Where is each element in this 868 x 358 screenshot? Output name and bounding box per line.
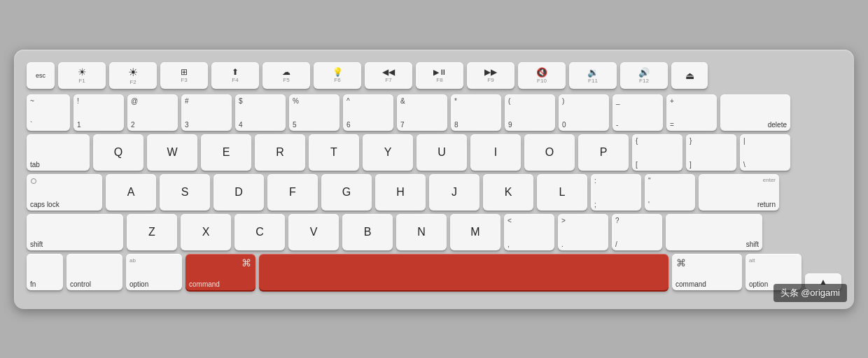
key-j[interactable]: J — [429, 174, 479, 210]
key-y[interactable]: Y — [363, 134, 413, 171]
key-f6[interactable]: 💡 F6 — [314, 62, 361, 89]
key-f4[interactable]: ⬆ F4 — [211, 62, 259, 89]
key-return[interactable]: enter return — [699, 174, 779, 210]
key-control[interactable]: control — [66, 254, 122, 290]
key-s[interactable]: S — [160, 174, 210, 210]
key-i[interactable]: I — [470, 134, 521, 171]
key-5[interactable]: % 5 — [289, 94, 340, 131]
key-capslock[interactable]: caps lock — [27, 174, 102, 210]
key-0[interactable]: ) 0 — [559, 94, 609, 131]
key-fn[interactable]: fn — [27, 254, 63, 290]
four-label: 4 — [239, 121, 243, 129]
key-f9[interactable]: ▶▶ F9 — [467, 62, 514, 89]
key-u[interactable]: U — [416, 134, 467, 171]
key-1[interactable]: ! 1 — [74, 94, 124, 131]
capslock-indicator — [31, 178, 36, 184]
key-lbrace[interactable]: { [ — [632, 134, 682, 171]
key-e[interactable]: E — [201, 134, 251, 171]
key-option-left[interactable]: ab option — [126, 254, 182, 290]
key-backslash[interactable]: | \ — [740, 134, 790, 171]
key-d[interactable]: D — [214, 174, 264, 210]
key-3[interactable]: # 3 — [181, 94, 232, 131]
key-f8[interactable]: ▶⏸ F8 — [416, 62, 463, 89]
key-k[interactable]: K — [483, 174, 533, 210]
key-x[interactable]: X — [181, 214, 231, 250]
rbracket-label: ] — [690, 161, 692, 169]
n-label: N — [417, 226, 426, 238]
equals-label: = — [670, 121, 674, 129]
key-7[interactable]: & 7 — [397, 94, 447, 131]
s-label: S — [181, 186, 189, 199]
key-quote[interactable]: " ' — [645, 174, 695, 210]
key-2[interactable]: @ 2 — [127, 94, 178, 131]
key-f5[interactable]: ☁ F5 — [262, 62, 310, 89]
key-command-right[interactable]: ⌘ command — [672, 254, 742, 290]
key-4[interactable]: $ 4 — [235, 94, 286, 131]
key-h[interactable]: H — [375, 174, 426, 210]
key-v[interactable]: V — [288, 214, 339, 250]
key-l[interactable]: L — [537, 174, 587, 210]
key-tab[interactable]: tab — [27, 134, 90, 171]
r-label: R — [276, 146, 284, 159]
key-q[interactable]: Q — [93, 134, 144, 171]
key-space[interactable] — [259, 254, 668, 290]
key-f3[interactable]: ⊞ F3 — [160, 62, 208, 89]
key-f2[interactable]: ☀ F2 — [109, 62, 157, 89]
f5-label: F5 — [283, 77, 289, 83]
key-m[interactable]: M — [450, 214, 500, 250]
key-6[interactable]: ^ 6 — [343, 94, 393, 131]
key-r[interactable]: R — [255, 134, 305, 171]
dquote-label: " — [648, 177, 651, 185]
key-8[interactable]: * 8 — [451, 94, 501, 131]
key-c[interactable]: C — [234, 214, 285, 250]
key-f12[interactable]: 🔊 F12 — [620, 62, 668, 89]
enter-top-label: enter — [763, 177, 776, 183]
squote-label: ' — [648, 201, 650, 208]
key-t[interactable]: T — [309, 134, 359, 171]
key-b[interactable]: B — [342, 214, 393, 250]
lbrace-label: { — [636, 137, 638, 145]
key-equals[interactable]: + = — [666, 94, 717, 131]
key-minus[interactable]: _ - — [612, 94, 663, 131]
key-p[interactable]: P — [578, 134, 629, 171]
key-w[interactable]: W — [147, 134, 197, 171]
hash-label: # — [185, 97, 189, 105]
key-delete[interactable]: delete — [720, 94, 790, 131]
option-right-label: option — [749, 280, 768, 288]
key-command-left[interactable]: ⌘ command — [186, 254, 255, 290]
key-comma[interactable]: < , — [504, 214, 554, 250]
key-f11[interactable]: 🔉 F11 — [569, 62, 617, 89]
key-eject[interactable]: ⏏ — [671, 62, 708, 89]
lbracket-label: [ — [636, 161, 638, 169]
key-f[interactable]: F — [267, 174, 318, 210]
keyboard-wrapper: esc ☀ F1 ☀ F2 ⊞ F3 — [14, 50, 854, 309]
key-f7[interactable]: ◀◀ F7 — [365, 62, 412, 89]
f10-icon: 🔇 — [536, 67, 547, 78]
keyboard: esc ☀ F1 ☀ F2 ⊞ F3 — [14, 50, 854, 309]
f12-icon: 🔊 — [638, 67, 650, 78]
key-rbrace[interactable]: } ] — [686, 134, 736, 171]
h-label: H — [396, 186, 405, 199]
key-n[interactable]: N — [396, 214, 447, 250]
key-g[interactable]: G — [321, 174, 372, 210]
key-shift-left[interactable]: shift — [27, 214, 123, 250]
f4-label: F4 — [232, 77, 238, 83]
key-slash[interactable]: ? / — [612, 214, 662, 250]
shift-right-label: shift — [746, 241, 759, 248]
w-label: W — [167, 146, 177, 159]
slash-label: / — [615, 241, 617, 248]
key-shift-right[interactable]: shift — [666, 214, 762, 250]
backtick-label: ` — [30, 121, 32, 129]
key-f10[interactable]: 🔇 F10 — [518, 62, 566, 89]
key-period[interactable]: > . — [558, 214, 608, 250]
key-f1[interactable]: ☀ F1 — [58, 62, 106, 89]
key-9[interactable]: ( 9 — [505, 94, 555, 131]
f7-icon: ◀◀ — [382, 67, 395, 77]
key-esc[interactable]: esc — [27, 62, 55, 89]
key-semicolon[interactable]: : ; — [591, 174, 641, 210]
key-o[interactable]: O — [524, 134, 575, 171]
key-z[interactable]: Z — [127, 214, 177, 250]
key-backtick[interactable]: ~ ` — [27, 94, 70, 131]
key-a[interactable]: A — [106, 174, 156, 210]
q-label: Q — [114, 146, 122, 159]
